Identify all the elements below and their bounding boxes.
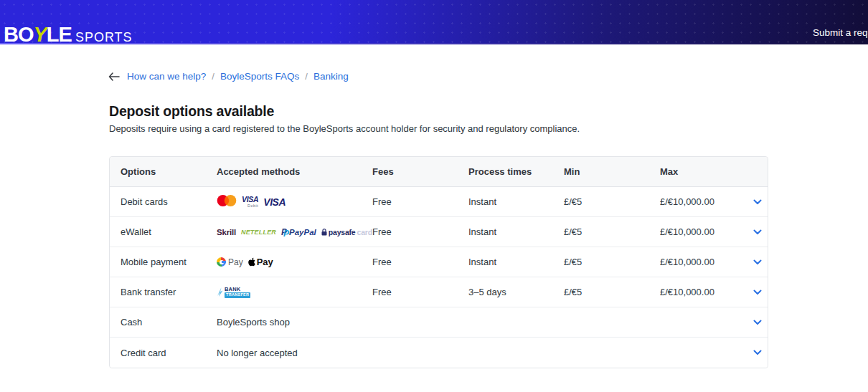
bank-word: BANK	[225, 287, 240, 292]
cell-fees: Free	[372, 226, 468, 237]
cell-max: £/€10,000.00	[660, 257, 747, 267]
cell-fees: Free	[372, 287, 468, 297]
chevron-down-icon[interactable]	[747, 199, 768, 205]
chevron-down-icon[interactable]	[747, 290, 768, 295]
transfer-word: TRANSFER	[225, 292, 250, 298]
paypal-p-icon: P P	[281, 227, 289, 237]
neteller-icon: NETELLER	[241, 229, 276, 236]
chevron-down-icon[interactable]	[747, 350, 768, 355]
paypal-icon: P P PayPal	[281, 227, 316, 237]
google-pay-icon: Pay	[217, 257, 243, 267]
skrill-icon: Skrill	[217, 228, 236, 236]
chevron-down-icon[interactable]	[747, 259, 768, 265]
table-row-mobile-payment[interactable]: Mobile payment Pay Pay Free Instant £/€5…	[110, 247, 768, 277]
cell-max: £/€10,000.00	[660, 226, 747, 237]
cell-accepted-methods: No longer accepted	[217, 348, 372, 358]
column-header-process-times: Process times	[468, 166, 564, 177]
cell-min: £/€5	[564, 287, 660, 297]
column-header-fees: Fees	[372, 166, 468, 177]
table-row-bank-transfer[interactable]: Bank transfer BANK TRANSFER Free 3–5 day…	[110, 277, 768, 307]
cell-accepted-methods: BoyleSports shop	[217, 317, 372, 328]
visa-debit-icon: VISA Debit	[242, 196, 258, 208]
column-header-max: Max	[660, 166, 747, 177]
cell-accepted-methods: Skrill NETELLER P P PayPal paysafecard	[217, 227, 372, 237]
logo-wordmark: BOYLE	[4, 23, 72, 47]
cell-min: £/€5	[564, 226, 660, 237]
cell-process-time: Instant	[468, 196, 564, 207]
boylesports-logo[interactable]: BOYLE SPORTS	[4, 23, 133, 47]
apple-pay-wordmark: Pay	[257, 257, 273, 267]
google-g-icon	[217, 257, 226, 267]
table-row-ewallet[interactable]: eWallet Skrill NETELLER P P PayPal paysa…	[110, 217, 768, 247]
cell-process-time: Instant	[468, 226, 564, 237]
breadcrumb-separator: /	[212, 71, 214, 82]
lock-icon	[321, 229, 327, 236]
transfer-arrow-icon	[217, 287, 223, 297]
cell-min: £/€5	[564, 257, 660, 267]
cell-process-time: 3–5 days	[468, 287, 564, 297]
paysafecard-icon: paysafecard	[321, 228, 372, 236]
cell-process-time: Instant	[468, 257, 564, 267]
cell-option: eWallet	[110, 226, 217, 237]
page-title: Deposit options available	[109, 103, 274, 120]
cell-option: Bank transfer	[110, 287, 217, 297]
mastercard-icon	[217, 194, 237, 209]
column-header-options: Options	[110, 166, 217, 177]
logo-sports: SPORTS	[75, 30, 133, 45]
visa-icon: VISA	[263, 196, 286, 208]
page-subtitle: Deposits require using a card registered…	[109, 123, 580, 134]
breadcrumb-banking[interactable]: Banking	[313, 71, 349, 82]
table-row-debit-cards[interactable]: Debit cards VISA Debit VISA Free Instant…	[110, 187, 768, 217]
chevron-down-icon[interactable]	[747, 229, 768, 235]
cell-max: £/€10,000.00	[660, 196, 747, 207]
top-nav-bar: BOYLE SPORTS Submit a request	[0, 0, 868, 44]
logo-y-accent: Y	[34, 23, 47, 46]
breadcrumb-how-can-we-help[interactable]: How can we help?	[127, 71, 206, 82]
paypal-pal: Pal	[304, 228, 316, 236]
paysafe-card-wordmark: card	[357, 228, 372, 236]
breadcrumb-separator: /	[305, 71, 308, 82]
visa-debit-sub: Debit	[247, 204, 258, 209]
cell-accepted-methods: BANK TRANSFER	[217, 287, 372, 298]
paypal-pay: Pay	[289, 228, 303, 236]
cell-option: Credit card	[110, 348, 217, 358]
cell-fees: Free	[372, 196, 468, 207]
logo-bo: BO	[4, 23, 34, 46]
google-pay-wordmark: Pay	[228, 257, 243, 267]
submit-request-link[interactable]: Submit a request	[813, 27, 868, 38]
back-arrow-icon[interactable]	[108, 72, 120, 81]
cell-fees: Free	[372, 257, 468, 267]
table-header-row: Options Accepted methods Fees Process ti…	[110, 157, 768, 187]
chevron-down-icon[interactable]	[747, 320, 768, 325]
paypal-p-front: P	[283, 229, 289, 239]
apple-pay-icon: Pay	[248, 257, 273, 267]
cell-option: Mobile payment	[110, 257, 217, 267]
apple-icon	[248, 257, 255, 267]
cell-min: £/€5	[564, 196, 660, 207]
cell-option: Debit cards	[110, 196, 217, 207]
table-row-credit-card[interactable]: Credit card No longer accepted	[110, 338, 768, 368]
bank-transfer-icon: BANK TRANSFER	[217, 287, 250, 298]
breadcrumb-boylesports-faqs[interactable]: BoyleSports FAQs	[220, 71, 299, 82]
cell-option: Cash	[110, 317, 217, 328]
cell-max: £/€10,000.00	[660, 287, 747, 297]
cell-accepted-methods: VISA Debit VISA	[217, 194, 372, 209]
table-row-cash[interactable]: Cash BoyleSports shop	[110, 307, 768, 338]
column-header-min: Min	[564, 166, 660, 177]
visa-debit-wordmark: VISA	[242, 196, 258, 204]
bank-transfer-wordmark: BANK TRANSFER	[225, 287, 250, 298]
logo-le: LE	[47, 23, 72, 46]
deposit-options-table: Options Accepted methods Fees Process ti…	[109, 156, 768, 368]
paysafe-wordmark: paysafe	[329, 228, 356, 236]
breadcrumb: How can we help? / BoyleSports FAQs / Ba…	[108, 71, 349, 82]
cell-accepted-methods: Pay Pay	[217, 257, 372, 267]
column-header-accepted-methods: Accepted methods	[217, 166, 372, 177]
